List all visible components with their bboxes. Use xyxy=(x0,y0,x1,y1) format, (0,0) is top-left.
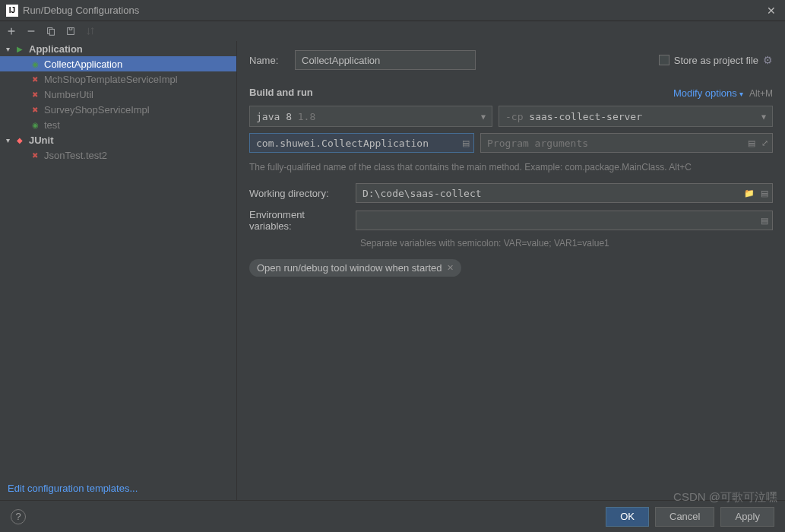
list-icon[interactable]: ▤ xyxy=(461,138,471,148)
gear-icon[interactable]: ⚙ xyxy=(763,54,773,66)
toolbar xyxy=(0,21,785,41)
list-icon[interactable]: ▤ xyxy=(759,188,770,198)
close-icon[interactable]: ✕ xyxy=(447,263,454,273)
working-dir-label: Working directory: xyxy=(249,188,348,199)
tree-item-label: SurveyShopServiceImpl xyxy=(44,104,150,116)
classpath-dropdown[interactable]: -cp saas-collect-server ▼ xyxy=(499,106,773,127)
tree-item-label: JsonTest.test2 xyxy=(44,150,107,161)
chevron-down-icon: ▾ xyxy=(3,45,12,53)
expand-icon[interactable]: ⤢ xyxy=(760,138,770,148)
sidebar: ▾ ▶ Application ◉ CollectApplication ✖ M… xyxy=(0,41,237,500)
save-config-button[interactable] xyxy=(64,24,78,38)
tree-label: Application xyxy=(29,43,83,55)
java-version-dropdown[interactable]: java 8 1.8 ▼ xyxy=(249,106,492,127)
name-label: Name: xyxy=(249,55,287,66)
tree-item-label: NumberUtil xyxy=(44,89,93,100)
list-icon[interactable]: ▤ xyxy=(759,216,770,226)
main-class-hint: The fully-qualified name of the class th… xyxy=(249,162,773,173)
chevron-down-icon: ▼ xyxy=(481,112,486,121)
run-config-icon: ◉ xyxy=(29,119,41,131)
main-content: ▾ ▶ Application ◉ CollectApplication ✖ M… xyxy=(0,41,785,500)
tree-node-junit[interactable]: ▾ ◆ JUnit xyxy=(0,132,236,147)
build-run-heading: Build and run xyxy=(249,87,313,98)
tree-item-mchshoptemplate[interactable]: ✖ MchShopTemplateServiceImpl xyxy=(0,71,236,87)
store-project-checkbox[interactable] xyxy=(659,55,669,65)
footer: ? OK Cancel Apply xyxy=(0,500,785,532)
add-config-button[interactable] xyxy=(5,24,18,38)
tree-item-label: CollectApplication xyxy=(44,59,122,70)
window-title: Run/Debug Configurations xyxy=(23,5,764,16)
error-icon: ✖ xyxy=(29,103,41,116)
application-icon: ▶ xyxy=(14,43,26,55)
modify-options-link[interactable]: Modify options ▾ xyxy=(673,87,743,99)
program-args-input[interactable] xyxy=(480,133,773,153)
option-chip[interactable]: Open run/debug tool window when started … xyxy=(249,259,461,277)
tree-item-label: MchShopTemplateServiceImpl xyxy=(44,74,178,85)
chevron-down-icon: ▼ xyxy=(761,112,766,121)
tree-item-collectapplication[interactable]: ◉ CollectApplication xyxy=(0,56,236,71)
tree-item-surveyshop[interactable]: ✖ SurveyShopServiceImpl xyxy=(0,102,236,117)
remove-config-button[interactable] xyxy=(24,24,38,38)
error-icon: ✖ xyxy=(29,88,41,100)
env-vars-input[interactable] xyxy=(356,211,773,230)
titlebar: IJ Run/Debug Configurations ✕ xyxy=(0,0,785,21)
apply-button[interactable]: Apply xyxy=(720,507,774,527)
help-button[interactable]: ? xyxy=(11,509,26,524)
env-vars-hint: Separate variables with semicolon: VAR=v… xyxy=(360,238,773,249)
junit-icon: ◆ xyxy=(14,134,26,146)
watermark: CSDN @可歌可泣嘿 xyxy=(673,490,777,505)
tree-node-application[interactable]: ▾ ▶ Application xyxy=(0,41,236,56)
ok-button[interactable]: OK xyxy=(606,507,649,527)
tree-label: JUnit xyxy=(29,135,54,146)
edit-templates-link[interactable]: Edit configuration templates... xyxy=(0,477,236,500)
error-icon: ✖ xyxy=(29,149,41,161)
modify-options-shortcut: Alt+M xyxy=(749,88,773,99)
chevron-down-icon: ▾ xyxy=(3,136,12,144)
copy-config-button[interactable] xyxy=(44,24,58,38)
svg-rect-1 xyxy=(49,29,54,35)
main-class-input[interactable] xyxy=(249,133,474,153)
app-icon: IJ xyxy=(6,5,18,17)
working-dir-input[interactable] xyxy=(356,183,773,203)
tree-item-numberutil[interactable]: ✖ NumberUtil xyxy=(0,87,236,102)
config-tree: ▾ ▶ Application ◉ CollectApplication ✖ M… xyxy=(0,41,236,477)
config-form: Name: Store as project file ⚙ Build and … xyxy=(237,41,785,500)
chip-label: Open run/debug tool window when started xyxy=(257,262,442,274)
tree-item-jsontest[interactable]: ✖ JsonTest.test2 xyxy=(0,147,236,163)
cancel-button[interactable]: Cancel xyxy=(655,507,714,527)
list-icon[interactable]: ▤ xyxy=(746,138,757,148)
store-project-label: Store as project file xyxy=(674,55,758,66)
folder-icon[interactable]: 📁 xyxy=(742,188,756,198)
tree-item-label: test xyxy=(44,119,60,131)
svg-rect-2 xyxy=(68,28,74,35)
sort-config-button[interactable] xyxy=(84,24,97,38)
run-config-icon: ◉ xyxy=(29,58,41,70)
name-input[interactable] xyxy=(295,50,476,70)
env-vars-label: Environment variables: xyxy=(249,209,348,232)
error-icon: ✖ xyxy=(29,73,41,85)
tree-item-test[interactable]: ◉ test xyxy=(0,117,236,132)
close-icon[interactable]: ✕ xyxy=(764,5,779,17)
